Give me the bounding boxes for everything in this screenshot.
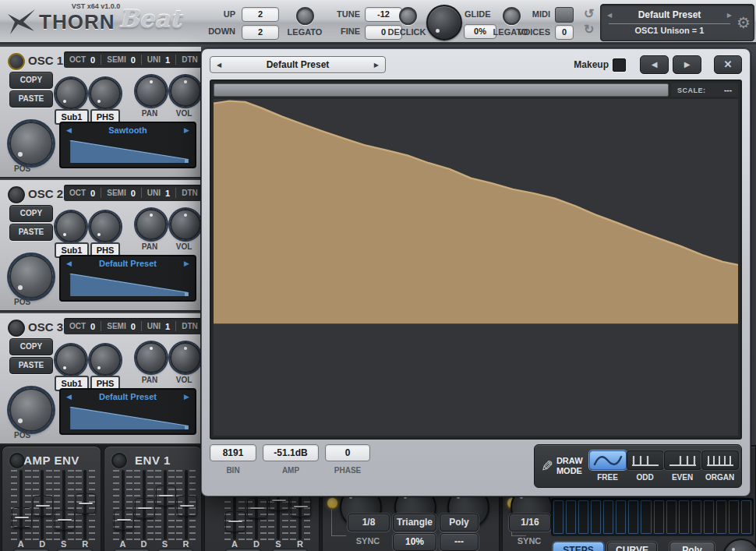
osc1-sub-knob[interactable] — [55, 78, 87, 109]
step-bar[interactable] — [741, 500, 751, 534]
osc2-pos-knob[interactable] — [9, 255, 53, 298]
osc2-phs-knob[interactable] — [90, 211, 121, 242]
lfo-rate-button[interactable]: 1/8 — [348, 514, 390, 532]
osc1-pos-knob[interactable] — [9, 122, 53, 165]
step-bar[interactable] — [553, 500, 563, 534]
step-bar[interactable] — [578, 500, 588, 534]
dialog-preset-prev-icon[interactable]: ◀ — [217, 62, 221, 69]
lfo-amount-button[interactable]: 10% — [393, 533, 436, 551]
osc3-semi[interactable]: SEMI0 — [101, 321, 142, 331]
osc1-uni[interactable]: UNI1 — [142, 55, 176, 65]
dialog-close-button[interactable]: ✕ — [714, 55, 742, 74]
osc3-led[interactable] — [8, 320, 25, 337]
osc2-led[interactable] — [8, 186, 25, 203]
scale-box[interactable]: SCALE: --- — [671, 83, 738, 97]
osc3-dtn[interactable]: DTN — [176, 321, 201, 331]
osc1-paste-button[interactable]: PASTE — [9, 90, 53, 108]
dialog-next-button[interactable]: ▶ — [673, 55, 701, 74]
even-mode-button[interactable] — [664, 450, 701, 470]
seq-poly-button[interactable]: Poly — [669, 542, 715, 551]
seq-rate-button[interactable]: 1/16 — [509, 514, 551, 532]
bin-field[interactable]: 8191 — [210, 444, 256, 461]
osc2-copy-button[interactable]: COPY — [9, 205, 53, 222]
osc1-pan-knob[interactable] — [136, 76, 167, 107]
osc2-pan-knob[interactable] — [136, 209, 167, 240]
step-sequencer[interactable] — [551, 498, 754, 536]
step-bar[interactable] — [679, 500, 689, 534]
preset-next-icon[interactable]: ▶ — [727, 12, 732, 19]
gear-icon[interactable]: ⚙ — [737, 13, 751, 32]
legato-led[interactable] — [296, 7, 314, 25]
glide-knob[interactable] — [426, 5, 462, 41]
down-field[interactable]: 2 — [242, 25, 279, 40]
spectrum-scrollbar[interactable] — [214, 83, 669, 97]
osc2-wave-next-icon[interactable]: ▶ — [184, 260, 189, 267]
osc1-wave-next-icon[interactable]: ▶ — [184, 126, 189, 134]
step-bar[interactable] — [716, 500, 726, 534]
osc3-paste-button[interactable]: PASTE — [9, 357, 53, 374]
osc2-semi[interactable]: SEMI0 — [101, 188, 142, 198]
osc1-led[interactable] — [8, 53, 25, 70]
osc1-copy-button[interactable]: COPY — [9, 72, 53, 89]
phase-field[interactable]: 0 — [325, 444, 370, 461]
step-bar[interactable] — [691, 500, 701, 534]
osc3-copy-button[interactable]: COPY — [9, 338, 53, 355]
dialog-prev-button[interactable]: ◀ — [640, 55, 669, 74]
seq-knob-1[interactable] — [722, 539, 756, 551]
osc2-vol-knob[interactable] — [170, 209, 201, 240]
steps-tab[interactable]: STEPS — [553, 542, 604, 551]
osc1-phs-knob[interactable] — [90, 78, 121, 109]
preset-name[interactable]: Default Preset — [638, 9, 701, 20]
osc1-oct[interactable]: OCT0 — [64, 55, 101, 65]
lfo-extra-button[interactable]: --- — [440, 533, 479, 551]
osc2-sub-knob[interactable] — [55, 211, 87, 242]
osc3-phs-knob[interactable] — [90, 344, 121, 376]
osc2-oct[interactable]: OCT0 — [64, 188, 101, 198]
env1-slider-a[interactable] — [112, 470, 133, 540]
step-bar[interactable] — [654, 500, 664, 534]
dialog-preset-next-icon[interactable]: ▶ — [374, 62, 379, 69]
voices-field[interactable]: 0 — [555, 25, 574, 40]
dialog-preset-select[interactable]: ◀ Default Preset ▶ — [210, 56, 386, 73]
osc3-wave-next-icon[interactable]: ▶ — [184, 393, 189, 401]
makeup-checkbox[interactable] — [613, 58, 626, 72]
free-mode-button[interactable] — [589, 450, 627, 470]
osc3-uni[interactable]: UNI1 — [142, 321, 176, 331]
redo-icon[interactable]: ↻ — [584, 23, 594, 36]
declick-led[interactable] — [399, 7, 417, 25]
osc1-semi[interactable]: SEMI0 — [101, 55, 142, 65]
osc3-pos-knob[interactable] — [9, 388, 53, 432]
step-bar[interactable] — [591, 500, 601, 534]
osc2-paste-button[interactable]: PASTE — [9, 224, 53, 241]
step-bar[interactable] — [603, 500, 613, 534]
osc2-uni[interactable]: UNI1 — [142, 188, 176, 198]
env1-slider-s[interactable] — [154, 470, 175, 540]
step-bar[interactable] — [566, 500, 576, 534]
amp-env-slider-a[interactable] — [10, 470, 32, 540]
step-bar[interactable] — [666, 500, 677, 534]
lfo-mode-button[interactable]: Poly — [440, 514, 479, 532]
osc1-vol-knob[interactable] — [170, 76, 201, 107]
osc3-pan-knob[interactable] — [136, 342, 167, 373]
midi-button[interactable] — [555, 7, 574, 23]
preset-prev-icon[interactable]: ◀ — [607, 12, 612, 19]
osc3-sub-knob[interactable] — [55, 344, 87, 376]
osc2-dtn[interactable]: DTN — [176, 188, 201, 198]
step-bar[interactable] — [704, 500, 714, 534]
amp-env-slider-r[interactable] — [75, 470, 97, 540]
env1-slider-d[interactable] — [133, 470, 154, 540]
up-field[interactable]: 2 — [242, 7, 279, 22]
tune-field[interactable]: -12 — [365, 7, 402, 22]
osc3-oct[interactable]: OCT0 — [64, 321, 101, 331]
lfo-shape-button[interactable]: Triangle — [393, 514, 436, 532]
step-bar[interactable] — [628, 500, 638, 534]
undo-icon[interactable]: ↺ — [584, 8, 594, 20]
amp-env-slider-d[interactable] — [32, 470, 54, 540]
step-bar[interactable] — [616, 500, 626, 534]
osc1-dtn[interactable]: DTN — [176, 55, 201, 65]
organ-mode-button[interactable] — [701, 450, 739, 470]
osc2-wave-display[interactable]: ◀ Default Preset ▶ — [59, 255, 196, 302]
step-bar[interactable] — [729, 500, 739, 534]
spectrum-display[interactable] — [214, 99, 738, 436]
env1-slider-r[interactable] — [175, 470, 196, 540]
